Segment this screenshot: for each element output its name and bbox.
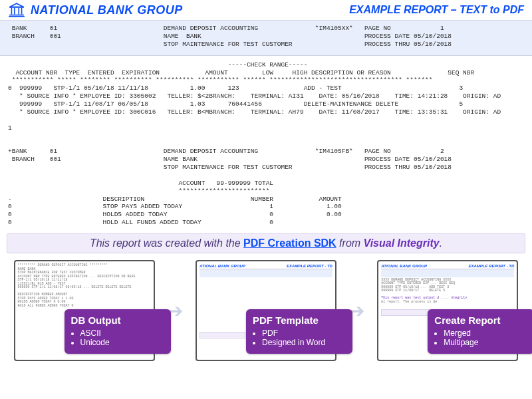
brand: NATIONAL BANK GROUP [8,3,183,17]
badge-title: DB Output [71,315,164,326]
badge-pdf-template: PDF Template PDF Designed in Word [246,309,352,354]
badge-db-output: DB Output ASCII Unicode [65,309,171,354]
report-title: EXAMPLE REPORT – TEXT to PDF [349,4,524,16]
org-name: NATIONAL BANK GROUP [31,3,183,17]
step-create-report: ATIONAL BANK GROUPEXAMPLE REPORT - TD XX… [377,260,518,361]
sdk-link[interactable]: PDF Creation SDK [243,237,336,249]
badge-title: PDF Template [253,315,346,326]
banner-prefix: This report was created with the [90,237,243,249]
workflow-row: ********* DEMAND DEPOSIT ACCOUNTING ****… [0,253,532,361]
page1-meta-text: BANK 01 DEMAND DEPOSIT ACCOUNTING *IM410… [8,25,524,49]
step-db-output: ********* DEMAND DEPOSIT ACCOUNTING ****… [14,260,155,361]
report-body: -----CHECK RANGE----- ACCOUNT NBR TYPE E… [0,56,532,229]
page1-meta: BANK 01 DEMAND DEPOSIT ACCOUNTING *IM410… [0,21,532,56]
bullet: Multipage [444,338,527,347]
bullet: PDF [262,329,346,338]
bullet: Designed in Word [262,338,346,347]
report-body-text: -----CHECK RANGE----- ACCOUNT NBR TYPE E… [8,61,524,227]
badge-create-report: Create Report Merged Multipage [428,309,532,354]
creation-banner: This report was created with the PDF Cre… [7,233,525,253]
bank-icon [8,3,25,17]
bullet: Unicode [80,338,164,347]
page-header: NATIONAL BANK GROUP EXAMPLE REPORT – TEX… [0,0,532,21]
badge-title: Create Report [434,315,527,326]
step-pdf-template: ATIONAL BANK GROUPEXAMPLE REPORT - TD PD… [196,260,336,361]
banner-brand: Visual Integrity [364,237,440,249]
banner-mid: from [336,237,364,249]
bullet: Merged [444,329,527,338]
bullet: ASCII [80,329,164,338]
banner-suffix: . [440,237,442,249]
